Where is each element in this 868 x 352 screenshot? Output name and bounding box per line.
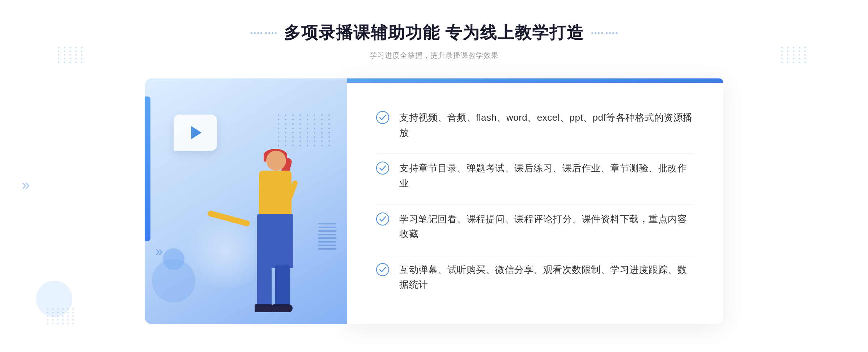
check-icon-2 [376,162,389,175]
top-accent-bar [347,78,723,83]
feature-text-4: 互动弹幕、试听购买、微信分享、观看次数限制、学习进度跟踪、数据统计 [399,262,694,292]
dot-pattern-decoration [278,115,333,146]
svg-point-3 [376,263,389,276]
play-bubble [174,115,217,151]
bottom-dots-decoration [47,308,75,324]
header-section: 多项录播课辅助功能 专为线上教学打造 学习进度全掌握，提升录播课教学效果 [251,22,618,60]
features-list: 支持视频、音频、flash、word、excel、ppt、pdf等各种格式的资源… [376,100,694,302]
feature-text-1: 支持视频、音频、flash、word、excel、ppt、pdf等各种格式的资源… [399,110,694,140]
page-subtitle: 学习进度全掌握，提升录播课教学效果 [251,51,618,60]
check-icon-1 [376,111,389,124]
svg-point-2 [376,213,389,225]
svg-point-1 [376,162,389,174]
chevron-decoration: » [22,177,30,193]
header-dots-right [781,47,810,76]
title-deco-left [251,23,277,43]
feature-item-1: 支持视频、音频、flash、word、excel、ppt、pdf等各种格式的资源… [376,103,694,147]
stripe-decoration [318,223,336,252]
person-shoe-right [273,304,293,312]
check-icon-3 [376,213,389,226]
person-leg-right [275,265,290,308]
person-leg-left [257,265,272,308]
features-panel: 支持视频、音频、flash、word、excel、ppt、pdf等各种格式的资源… [347,78,723,324]
page-container: 多项录播课辅助功能 专为线上教学打造 学习进度全掌握，提升录播课教学效果 [0,0,868,352]
feature-item-4: 互动弹幕、试听购买、微信分享、观看次数限制、学习进度跟踪、数据统计 [376,255,694,300]
check-icon-4 [376,263,389,276]
title-deco-right [591,23,617,43]
feature-item-2: 支持章节目录、弹题考试、课后练习、课后作业、章节测验、批改作业 [376,153,694,198]
person-illustration [216,143,317,324]
feature-text-3: 学习笔记回看、课程提问、课程评论打分、课件资料下载，重点内容收藏 [399,212,694,242]
arrow-decoration: » [156,244,163,259]
feature-text-2: 支持章节目录、弹题考试、课后练习、课后作业、章节测验、批改作业 [399,161,694,191]
svg-point-0 [376,111,389,124]
page-title: 多项录播课辅助功能 专为线上教学打造 [251,22,618,44]
person-head [266,151,286,171]
play-icon [191,126,201,139]
person-shoe-left [255,304,275,312]
blue-accent-bar [145,96,150,241]
content-area: » [145,78,723,324]
title-text: 多项录播课辅助功能 专为线上教学打造 [284,22,584,44]
feature-item-3: 学习笔记回看、课程提问、课程评论打分、课件资料下载，重点内容收藏 [376,204,694,249]
person-pants [257,214,293,268]
illustration-panel: » [145,78,347,324]
header-dots-left [58,47,87,76]
